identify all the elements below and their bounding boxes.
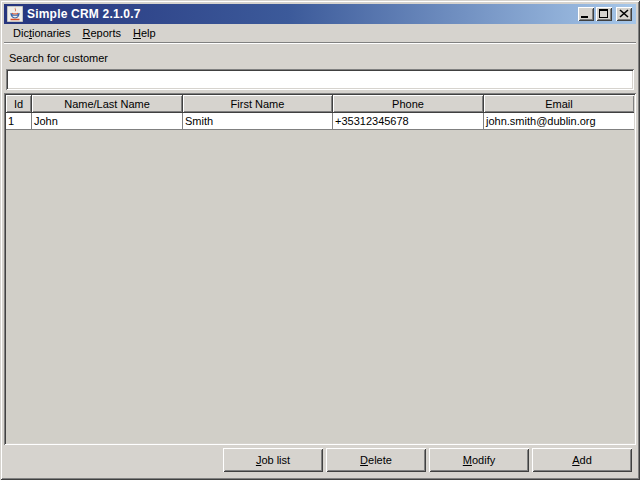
menu-dictionaries[interactable]: Dictionaries (7, 25, 76, 41)
maximize-icon[interactable] (596, 7, 612, 21)
menu-help[interactable]: Help (127, 25, 162, 41)
column-header-phone[interactable]: Phone (333, 95, 484, 113)
job-list-button[interactable]: Job list (223, 448, 323, 472)
table-header-row: Id Name/Last Name First Name Phone Email (6, 95, 634, 113)
customer-table-scrollpane: Id Name/Last Name First Name Phone Email… (4, 93, 636, 445)
button-bar: Job list Delete Modify Add (4, 448, 636, 472)
add-button[interactable]: Add (532, 448, 632, 472)
minimize-icon[interactable] (578, 7, 594, 21)
titlebar[interactable]: Simple CRM 2.1.0.7 (4, 4, 636, 24)
cell-email[interactable]: john.smith@dublin.org (484, 113, 634, 130)
column-header-id[interactable]: Id (6, 95, 32, 113)
modify-button[interactable]: Modify (429, 448, 529, 472)
java-coffee-cup-icon (7, 6, 23, 22)
cell-last-name[interactable]: John (32, 113, 183, 130)
menubar: Dictionaries Reports Help (4, 24, 636, 43)
cell-id[interactable]: 1 (6, 113, 32, 130)
cell-first-name[interactable]: Smith (183, 113, 333, 130)
delete-button[interactable]: Delete (326, 448, 426, 472)
column-header-email[interactable]: Email (484, 95, 634, 113)
customer-table: Id Name/Last Name First Name Phone Email… (6, 95, 634, 130)
window-title: Simple CRM 2.1.0.7 (27, 7, 578, 21)
cell-phone[interactable]: +35312345678 (333, 113, 484, 130)
column-header-last-name[interactable]: Name/Last Name (32, 95, 183, 113)
menu-reports[interactable]: Reports (76, 25, 127, 41)
app-window: Simple CRM 2.1.0.7 Dictionaries Reports … (0, 0, 640, 480)
window-controls (578, 7, 632, 21)
search-input[interactable] (6, 69, 634, 90)
table-row[interactable]: 1 John Smith +35312345678 john.smith@dub… (6, 113, 634, 130)
close-icon[interactable] (616, 7, 632, 21)
search-label: Search for customer (9, 52, 108, 64)
column-header-first-name[interactable]: First Name (183, 95, 333, 113)
